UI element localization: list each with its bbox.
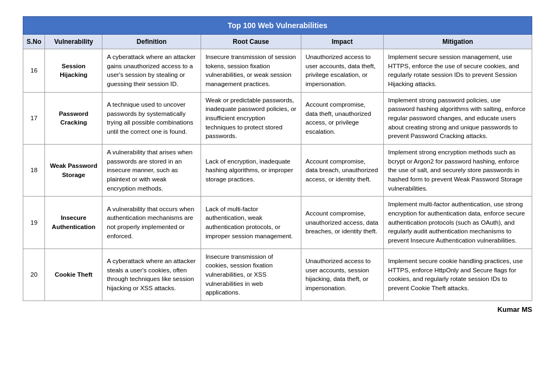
row-impact: Account compromise, data breach, unautho… bbox=[301, 145, 383, 197]
row-num: 20 bbox=[23, 249, 45, 300]
row-root-cause: Lack of encryption, inadequate hashing a… bbox=[201, 145, 301, 197]
table-title: Top 100 Web Vulnerabilities bbox=[23, 17, 532, 35]
row-mitigation: Implement secure cookie handling practic… bbox=[383, 249, 532, 300]
table-title-row: Top 100 Web Vulnerabilities bbox=[23, 17, 532, 35]
row-definition: A vulnerability that arises when passwor… bbox=[102, 145, 201, 197]
header-mitigation: Mitigation bbox=[383, 35, 532, 49]
row-impact: Unauthorized access to user accounts, se… bbox=[301, 249, 383, 300]
row-impact: Unauthorized access to user accounts, da… bbox=[301, 49, 383, 93]
row-root-cause: Weak or predictable passwords, inadequat… bbox=[201, 92, 301, 144]
row-root-cause: Lack of multi-factor authentication, wea… bbox=[201, 197, 301, 249]
row-impact: Account compromise, data theft, unauthor… bbox=[301, 92, 383, 144]
footer-author: Kumar MS bbox=[498, 305, 532, 313]
row-definition: A cyberattack where an attacker steals a… bbox=[102, 249, 201, 300]
row-vulnerability: Session Hijacking bbox=[45, 49, 102, 93]
row-num: 18 bbox=[23, 145, 45, 197]
vulnerabilities-table: Top 100 Web Vulnerabilities S.No Vulnera… bbox=[23, 16, 532, 301]
page-footer: Kumar MS bbox=[23, 301, 532, 313]
row-root-cause: Insecure transmission of cookies, sessio… bbox=[201, 249, 301, 300]
row-vulnerability: Weak Password Storage bbox=[45, 145, 102, 197]
row-definition: A cyberattack where an attacker gains un… bbox=[102, 49, 201, 93]
row-num: 16 bbox=[23, 49, 45, 93]
row-num: 17 bbox=[23, 92, 45, 144]
row-mitigation: Implement secure session management, use… bbox=[383, 49, 532, 93]
page-wrapper: Top 100 Web Vulnerabilities S.No Vulnera… bbox=[23, 16, 532, 313]
row-mitigation: Implement strong encryption methods such… bbox=[383, 145, 532, 197]
table-row: 20 Cookie Theft A cyberattack where an a… bbox=[23, 249, 532, 300]
row-mitigation: Implement strong password policies, use … bbox=[383, 92, 532, 144]
table-header-row: S.No Vulnerability Definition Root Cause… bbox=[23, 35, 532, 49]
header-vulnerability: Vulnerability bbox=[45, 35, 102, 49]
row-mitigation: Implement multi-factor authentication, u… bbox=[383, 197, 532, 249]
row-vulnerability: Cookie Theft bbox=[45, 249, 102, 300]
row-root-cause: Insecure transmission of session tokens,… bbox=[201, 49, 301, 93]
header-definition: Definition bbox=[102, 35, 201, 49]
table-row: 16 Session Hijacking A cyberattack where… bbox=[23, 49, 532, 93]
header-sno: S.No bbox=[23, 35, 45, 49]
row-impact: Account compromise, unauthorized access,… bbox=[301, 197, 383, 249]
table-row: 17 Password Cracking A technique used to… bbox=[23, 92, 532, 144]
row-vulnerability: Password Cracking bbox=[45, 92, 102, 144]
header-root-cause: Root Cause bbox=[201, 35, 301, 49]
table-row: 19 Insecure Authentication A vulnerabili… bbox=[23, 197, 532, 249]
header-impact: Impact bbox=[301, 35, 383, 49]
row-definition: A technique used to uncover passwords by… bbox=[102, 92, 201, 144]
table-row: 18 Weak Password Storage A vulnerability… bbox=[23, 145, 532, 197]
row-vulnerability: Insecure Authentication bbox=[45, 197, 102, 249]
row-num: 19 bbox=[23, 197, 45, 249]
row-definition: A vulnerability that occurs when authent… bbox=[102, 197, 201, 249]
